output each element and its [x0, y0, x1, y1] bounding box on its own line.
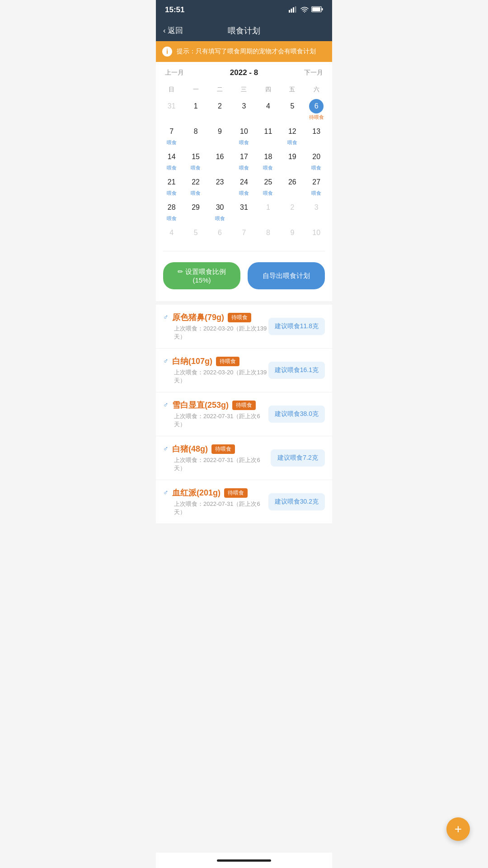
set-feeding-ratio-button[interactable]: ✏ 设置喂食比例(15%)	[163, 262, 240, 289]
day-label: 喂食	[311, 190, 321, 197]
calendar-day[interactable]: 8	[183, 123, 207, 148]
day-label: 喂食	[239, 139, 249, 146]
pet-name-row: ♂ 原色猪鼻(79g) 待喂食	[163, 312, 268, 323]
calendar-day[interactable]: 28喂食	[160, 198, 183, 224]
svg-rect-2	[293, 7, 294, 13]
calendar-day[interactable]: 30喂食	[208, 198, 232, 224]
notice-bar: i 提示：只有填写了喂食周期的宠物才会有喂食计划	[156, 41, 332, 62]
calendar-day[interactable]: 25喂食	[256, 173, 280, 198]
calendar-day[interactable]: 14喂食	[160, 148, 183, 173]
day-number: 2	[285, 200, 300, 215]
calendar-day[interactable]: 23	[208, 173, 232, 198]
calendar-day[interactable]: 7喂食	[160, 123, 183, 148]
calendar-day[interactable]: 4	[160, 224, 183, 247]
calendar-day[interactable]: 21喂食	[160, 173, 183, 198]
calendar-day[interactable]: 18喂食	[256, 148, 280, 173]
calendar-day[interactable]: 17喂食	[232, 148, 256, 173]
calendar-day[interactable]: 10	[305, 224, 328, 247]
calendar-day[interactable]: 15喂食	[183, 148, 207, 173]
calendar-divider	[163, 251, 325, 251]
calendar-day[interactable]: 19	[280, 148, 304, 173]
pet-list-item[interactable]: ♂ 原色猪鼻(79g) 待喂食 上次喂食：2022-03-20（距上次139天）…	[156, 305, 332, 349]
calendar-nav: 上一月 2022 - 8 下一月	[156, 62, 332, 84]
calendar-day[interactable]: 2	[208, 97, 232, 123]
pet-list-item[interactable]: ♂ 血红派(201g) 待喂食 上次喂食：2022-07-31（距上次6天） 建…	[156, 480, 332, 524]
prev-month-button[interactable]: 上一月	[165, 69, 184, 77]
back-button[interactable]: ‹ 返回	[163, 25, 183, 36]
day-number: 27	[309, 175, 324, 189]
day-number: 1	[261, 200, 275, 215]
pet-list-item[interactable]: ♂ 白纳(107g) 待喂食 上次喂食：2022-03-20（距上次139天） …	[156, 349, 332, 392]
pet-info: ♂ 原色猪鼻(79g) 待喂食 上次喂食：2022-03-20（距上次139天）	[163, 312, 268, 341]
day-label: 喂食	[263, 165, 273, 171]
weekday-label: 二	[208, 84, 232, 95]
calendar-day[interactable]: 11	[256, 123, 280, 148]
calendar-day[interactable]: 29	[183, 198, 207, 224]
battery-icon	[311, 6, 323, 14]
calendar-day[interactable]: 6	[208, 224, 232, 247]
calendar-day[interactable]: 10喂食	[232, 123, 256, 148]
day-label: 喂食	[239, 165, 249, 171]
calendar-day[interactable]: 27喂食	[305, 173, 328, 198]
day-number: 2	[213, 99, 227, 113]
calendar-day[interactable]: 31	[232, 198, 256, 224]
pet-name: 血红派(201g)	[172, 487, 221, 498]
weekday-label: 日	[160, 84, 183, 95]
calendar-day[interactable]: 24喂食	[232, 173, 256, 198]
calendar-day[interactable]: 2	[280, 198, 304, 224]
status-badge: 待喂食	[232, 401, 256, 410]
day-number: 24	[237, 175, 251, 189]
day-label: 喂食	[287, 139, 297, 146]
calendar-day[interactable]: 4	[256, 97, 280, 123]
day-number: 11	[261, 124, 275, 139]
day-number: 13	[309, 124, 324, 139]
gender-icon: ♂	[163, 357, 169, 365]
calendar-day[interactable]: 5	[280, 97, 304, 123]
svg-rect-3	[295, 6, 296, 13]
status-time: 15:51	[165, 5, 184, 14]
status-bar: 15:51	[156, 0, 332, 20]
day-number: 1	[188, 99, 203, 113]
calendar-day[interactable]: 8	[256, 224, 280, 247]
pet-name-row: ♂ 白猪(48g) 待喂食	[163, 443, 271, 454]
calendar-day[interactable]: 26	[280, 173, 304, 198]
pet-name: 雪白显直(253g)	[172, 400, 229, 410]
export-plan-button[interactable]: 自导出喂食计划	[248, 262, 325, 289]
back-label: 返回	[168, 25, 183, 36]
calendar-day[interactable]: 7	[232, 224, 256, 247]
calendar-day[interactable]: 1	[183, 97, 207, 123]
next-month-button[interactable]: 下一月	[304, 69, 323, 77]
calendar-day[interactable]: 1	[256, 198, 280, 224]
svg-rect-0	[289, 10, 290, 13]
calendar-day[interactable]: 3	[232, 97, 256, 123]
pet-list-item[interactable]: ♂ 白猪(48g) 待喂食 上次喂食：2022-07-31（距上次6天） 建议喂…	[156, 436, 332, 480]
day-number: 26	[285, 175, 300, 189]
pet-name: 白猪(48g)	[172, 443, 208, 454]
calendar-day[interactable]: 9	[208, 123, 232, 148]
header: ‹ 返回 喂食计划	[156, 20, 332, 41]
calendar-day[interactable]: 13	[305, 123, 328, 148]
day-number: 7	[237, 226, 251, 240]
calendar-day[interactable]: 12喂食	[280, 123, 304, 148]
calendar-day[interactable]: 5	[183, 224, 207, 247]
pet-list-item[interactable]: ♂ 雪白显直(253g) 待喂食 上次喂食：2022-07-31（距上次6天） …	[156, 392, 332, 436]
action-buttons: ✏ 设置喂食比例(15%) 自导出喂食计划	[156, 255, 332, 297]
day-number: 9	[285, 226, 300, 240]
day-number: 31	[164, 99, 179, 113]
calendar-day[interactable]: 22喂食	[183, 173, 207, 198]
day-number: 25	[261, 175, 275, 189]
weekday-label: 一	[183, 84, 207, 95]
gender-icon: ♂	[163, 489, 169, 497]
calendar-day[interactable]: 31	[160, 97, 183, 123]
pet-info: ♂ 雪白显直(253g) 待喂食 上次喂食：2022-07-31（距上次6天）	[163, 400, 268, 429]
status-badge: 待喂食	[216, 357, 239, 366]
calendar-section: 上一月 2022 - 8 下一月 日一二三四五六 31123456待喂食7喂食8…	[156, 62, 332, 301]
calendar-day[interactable]: 16	[208, 148, 232, 173]
day-label: 喂食	[239, 190, 249, 197]
calendar-day[interactable]: 6待喂食	[305, 97, 328, 123]
day-number: 9	[213, 124, 227, 139]
calendar-day[interactable]: 9	[280, 224, 304, 247]
calendar-day[interactable]: 3	[305, 198, 328, 224]
calendar-day[interactable]: 20喂食	[305, 148, 328, 173]
day-number: 18	[261, 150, 275, 164]
